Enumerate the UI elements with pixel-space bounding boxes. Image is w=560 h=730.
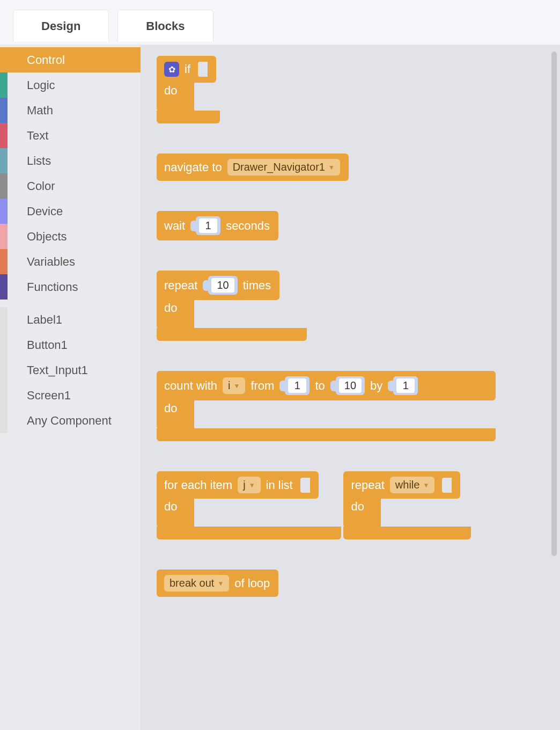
count-from-slot[interactable]: 1	[285, 376, 310, 395]
category-functions[interactable]: Functions	[0, 274, 141, 300]
do-label: do	[157, 297, 194, 329]
block-repeat-while[interactable]: repeat while▼ do	[343, 471, 471, 539]
category-swatch	[0, 98, 8, 123]
component-screen1[interactable]: Screen1	[0, 383, 141, 408]
category-label: Control	[27, 53, 65, 67]
navigate-label: navigate to	[164, 160, 222, 174]
blocks-workspace[interactable]: ✿ if do navigate to Drawer_Navigator1▼ w…	[141, 45, 560, 730]
chevron-down-icon: ▼	[328, 164, 335, 171]
block-wait[interactable]: wait 1 seconds	[157, 211, 544, 240]
component-swatch	[0, 307, 8, 332]
category-swatch	[0, 47, 8, 72]
component-swatch	[0, 383, 8, 408]
foreach-var-dropdown[interactable]: j▼	[238, 477, 260, 493]
component-swatch	[0, 332, 8, 357]
category-math[interactable]: Math	[0, 98, 141, 123]
break-suffix: of loop	[234, 576, 270, 590]
block-count-with[interactable]: count with i▼ from 1 to 10 by 1 do	[157, 371, 496, 441]
main: ControlLogicMathTextListsColorDeviceObje…	[0, 45, 560, 730]
tab-bar: Design Blocks	[0, 0, 560, 45]
count-from-label: from	[250, 379, 274, 393]
do-label: do	[157, 495, 194, 528]
category-device[interactable]: Device	[0, 199, 141, 224]
component-any-component[interactable]: Any Component	[0, 408, 141, 433]
count-label: count with	[164, 379, 217, 393]
chevron-down-icon: ▼	[423, 481, 429, 489]
if-label: if	[185, 62, 190, 76]
chevron-down-icon: ▼	[234, 382, 240, 390]
wait-unit: seconds	[226, 219, 270, 233]
block-break-out[interactable]: break out▼ of loop	[157, 570, 544, 597]
block-repeat-times[interactable]: repeat 10 times do	[157, 271, 307, 341]
count-var-dropdown[interactable]: i▼	[223, 377, 245, 394]
category-swatch	[0, 123, 8, 148]
category-label: Device	[27, 205, 63, 218]
foreach-inlist-label: in list	[266, 478, 293, 492]
foreach-label: for each item	[164, 478, 232, 492]
count-to-slot[interactable]: 10	[336, 376, 365, 395]
category-label: Variables	[27, 255, 75, 269]
component-swatch	[0, 357, 8, 383]
count-by-label: by	[370, 379, 382, 393]
block-navigate[interactable]: navigate to Drawer_Navigator1▼	[157, 154, 544, 181]
repeat-label: repeat	[164, 279, 197, 293]
category-label: Math	[27, 104, 53, 118]
category-swatch	[0, 72, 8, 98]
category-swatch	[0, 173, 8, 199]
component-swatch	[0, 408, 8, 433]
category-color[interactable]: Color	[0, 173, 141, 199]
component-label1[interactable]: Label1	[0, 307, 141, 332]
component-label: Screen1	[27, 389, 71, 403]
category-label: Functions	[27, 280, 78, 294]
category-label: Objects	[27, 230, 67, 244]
category-swatch	[0, 224, 8, 249]
block-for-each[interactable]: for each item j▼ in list do	[157, 471, 341, 539]
repeat-unit: times	[243, 279, 271, 293]
tab-blocks[interactable]: Blocks	[117, 10, 213, 42]
category-label: Logic	[27, 78, 55, 92]
component-text_input1[interactable]: Text_Input1	[0, 357, 141, 383]
category-swatch	[0, 148, 8, 173]
category-label: Lists	[27, 154, 51, 168]
category-sidebar: ControlLogicMathTextListsColorDeviceObje…	[0, 45, 141, 730]
gear-icon[interactable]: ✿	[164, 62, 179, 77]
category-logic[interactable]: Logic	[0, 72, 141, 98]
do-label: do	[157, 397, 194, 429]
navigate-target-dropdown[interactable]: Drawer_Navigator1▼	[227, 159, 340, 176]
category-swatch	[0, 274, 8, 300]
do-label: do	[343, 495, 381, 528]
chevron-down-icon: ▼	[217, 580, 224, 587]
category-text[interactable]: Text	[0, 123, 141, 148]
category-variables[interactable]: Variables	[0, 249, 141, 274]
component-label: Any Component	[27, 414, 112, 428]
category-swatch	[0, 249, 8, 274]
count-by-slot[interactable]: 1	[393, 376, 418, 395]
category-control[interactable]: Control	[0, 47, 141, 72]
category-label: Color	[27, 179, 55, 193]
component-label: Text_Input1	[27, 363, 88, 377]
component-label: Label1	[27, 313, 62, 327]
chevron-down-icon: ▼	[249, 481, 255, 489]
wait-label: wait	[164, 219, 185, 233]
repeat-value-slot[interactable]: 10	[208, 276, 237, 295]
tab-design[interactable]: Design	[13, 10, 109, 42]
workspace-scrollbar[interactable]	[551, 52, 557, 556]
do-label: do	[157, 79, 194, 112]
category-swatch	[0, 199, 8, 224]
wait-value-slot[interactable]: 1	[196, 216, 220, 235]
category-objects[interactable]: Objects	[0, 224, 141, 249]
repeat-while-label: repeat	[351, 478, 384, 492]
component-label: Button1	[27, 338, 68, 352]
category-lists[interactable]: Lists	[0, 148, 141, 173]
count-to-label: to	[315, 379, 325, 393]
break-mode-dropdown[interactable]: break out▼	[164, 575, 229, 592]
category-label: Text	[27, 129, 48, 143]
component-button1[interactable]: Button1	[0, 332, 141, 357]
block-if[interactable]: ✿ if do	[157, 56, 220, 123]
while-mode-dropdown[interactable]: while▼	[390, 477, 434, 493]
